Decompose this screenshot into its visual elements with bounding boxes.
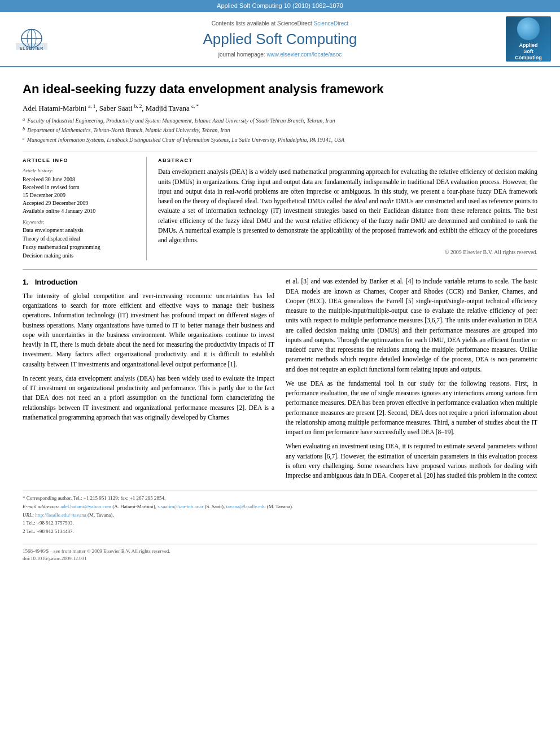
abstract-column: ABSTRACT Data envelopment analysis (DEA)…	[158, 157, 537, 261]
info-abstract-section: ARTICLE INFO Article history: Received 3…	[23, 151, 537, 261]
issn-line: 1568-4946/$ – see front matter © 2009 El…	[23, 548, 537, 555]
received-date: Received 30 June 2008	[23, 176, 137, 184]
affiliation-b: b Department of Mathematics, Tehran-Nort…	[23, 126, 537, 134]
journal-title-area: Contents lists available at ScienceDirec…	[54, 20, 506, 58]
ideal-term: ideal	[354, 198, 367, 204]
affiliation-c: c Management Information Systems, Lindba…	[23, 136, 537, 144]
copyright-line: © 2009 Elsevier B.V. All rights reserved…	[158, 248, 537, 256]
email-note: E-mail addresses: adel.hatami@yahoo.com …	[23, 503, 537, 510]
elsevier-logo: ELSEVIER	[9, 25, 54, 53]
corresponding-author-note: * Corresponding author. Tel.: +1 215 951…	[23, 495, 537, 502]
right-paragraph-3: When evaluating an investment using DEA,…	[286, 442, 537, 480]
article-info-heading: ARTICLE INFO	[23, 157, 137, 164]
contents-label: Contents lists available at ScienceDirec…	[212, 20, 312, 27]
revised-date: 15 December 2009	[23, 191, 137, 199]
right-paragraph-2: We use DEA as the fundamental tool in ou…	[286, 379, 537, 438]
section-title-text: Introduction	[35, 278, 78, 286]
url-link[interactable]: http://lasalle.edu/~tavana	[35, 512, 86, 518]
bottom-info-bar: 1568-4946/$ – see front matter © 2009 El…	[23, 544, 537, 562]
abstract-body: Data envelopment analysis (DEA) is a wid…	[158, 167, 537, 245]
journal-homepage-line: journal homepage: www.elsevier.com/locat…	[54, 51, 506, 59]
journal-citation-text: Applied Soft Computing 10 (2010) 1062–10…	[217, 2, 343, 9]
affiliations-block: a Faculty of Industrial Engineering, Pro…	[23, 116, 537, 144]
journal-citation-bar: Applied Soft Computing 10 (2010) 1062–10…	[0, 0, 560, 12]
elsevier-branding: ELSEVIER	[9, 25, 54, 53]
keywords-list: Data envelopment analysis Theory of disp…	[23, 226, 137, 260]
body-left-column: 1. Introduction The intensity of global …	[23, 277, 274, 485]
article-info-column: ARTICLE INFO Article history: Received 3…	[23, 157, 147, 261]
authors-line: Adel Hatami-Marbini a, 1, Saber Saati b,…	[23, 103, 537, 114]
journal-badge: Applied Soft Computing	[506, 16, 551, 62]
highlighted-word: organizations	[203, 178, 238, 185]
footnotes-section: * Corresponding author. Tel.: +1 215 951…	[23, 491, 537, 535]
saati-email-link[interactable]: s.saatim@iau-tnb.ac.ir	[158, 504, 203, 509]
accepted-date: Accepted 29 December 2009	[23, 199, 137, 207]
revised-form-label: Received in revised form	[23, 184, 137, 191]
doi-line: doi:10.1016/j.asoc.2009.12.031	[23, 555, 537, 562]
journal-header: ELSEVIER Contents lists available at Sci…	[0, 12, 560, 67]
online-date: Available online 4 January 2010	[23, 207, 137, 215]
homepage-url[interactable]: www.elsevier.com/locate/asoc	[266, 51, 342, 58]
keyword-1: Data envelopment analysis	[23, 226, 137, 234]
email-label: E-mail addresses:	[23, 504, 59, 509]
history-label: Article history:	[23, 167, 137, 174]
article-title: An ideal-seeking fuzzy data envelopment …	[23, 81, 537, 98]
keywords-label: Keywords:	[23, 219, 137, 226]
url-label: URL:	[23, 512, 34, 518]
section-number: 1.	[23, 278, 29, 286]
svg-text:ELSEVIER: ELSEVIER	[20, 46, 44, 50]
abstract-heading: ABSTRACT	[158, 157, 537, 164]
affiliation-a: a Faculty of Industrial Engineering, Pro…	[23, 116, 537, 125]
body-right-column: et al. [3] and was extended by Banker et…	[286, 277, 537, 485]
footnote-2: 2 Tel.: +98 912 5134487.	[23, 528, 537, 535]
journal-name: Applied Soft Computing	[54, 29, 506, 49]
badge-globe-icon	[517, 18, 540, 40]
keyword-2: Theory of displaced ideal	[23, 235, 137, 243]
intro-section-title: 1. Introduction	[23, 277, 274, 288]
nadir-term: nadir	[380, 198, 394, 204]
elsevier-logo-icon: ELSEVIER	[15, 27, 49, 51]
footnote-1: 1 Tel.: +98 912 3757503.	[23, 519, 537, 527]
intro-paragraph-2: In recent years, data envelopment analys…	[23, 374, 274, 422]
homepage-label: journal homepage:	[218, 51, 265, 58]
sciencedirect-link: Contents lists available at ScienceDirec…	[54, 20, 506, 28]
tavana-email-link[interactable]: tavana@lasalle.edu	[226, 504, 265, 509]
sciencedirect-anchor[interactable]: ScienceDirect	[313, 20, 348, 27]
badge-text: Applied Soft Computing	[515, 42, 542, 60]
right-paragraph-1: et al. [3] and was extended by Banker et…	[286, 277, 537, 374]
hatami-email-link[interactable]: adel.hatami@yahoo.com	[60, 504, 111, 509]
intro-paragraph-1: The intensity of global competition and …	[23, 291, 274, 369]
keyword-4: Decision making units	[23, 252, 137, 260]
keyword-3: Fuzzy mathematical programming	[23, 243, 137, 251]
body-section: 1. Introduction The intensity of global …	[23, 269, 537, 485]
main-content: An ideal-seeking fuzzy data envelopment …	[0, 67, 560, 571]
url-note: URL: http://lasalle.edu/~tavana (M. Tava…	[23, 512, 537, 519]
